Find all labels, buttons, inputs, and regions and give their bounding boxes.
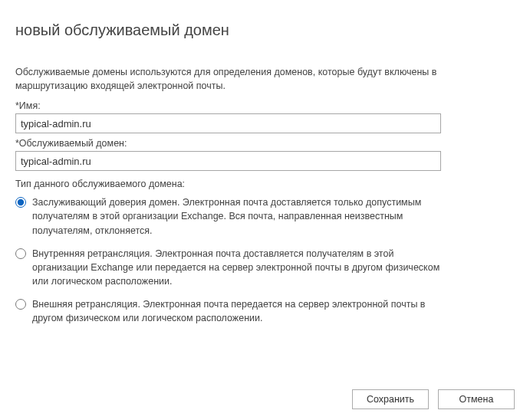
page-title: новый обслуживаемый домен bbox=[15, 21, 515, 39]
radio-internal-relay-text: Внутренняя ретрансляция. Электронная поч… bbox=[32, 247, 445, 288]
radio-option-authoritative[interactable]: Заслуживающий доверия домен. Электронная… bbox=[15, 195, 445, 237]
name-label: *Имя: bbox=[15, 100, 515, 111]
domain-type-radio-group: Заслуживающий доверия домен. Электронная… bbox=[15, 195, 445, 325]
name-input[interactable] bbox=[15, 113, 441, 133]
domain-input[interactable] bbox=[15, 151, 441, 171]
accepted-domain-dialog: новый обслуживаемый домен Обслуживаемые … bbox=[0, 0, 530, 420]
button-bar: Сохранить Отмена bbox=[352, 389, 515, 409]
radio-external-relay-input[interactable] bbox=[15, 299, 26, 310]
radio-internal-relay-input[interactable] bbox=[15, 248, 26, 259]
radio-option-external-relay[interactable]: Внешняя ретрансляция. Электронная почта … bbox=[15, 297, 445, 325]
domain-type-label: Тип данного обслуживаемого домена: bbox=[15, 179, 515, 189]
radio-option-internal-relay[interactable]: Внутренняя ретрансляция. Электронная поч… bbox=[15, 247, 445, 288]
page-description: Обслуживаемые домены используются для оп… bbox=[15, 65, 445, 93]
domain-label: *Обслуживаемый домен: bbox=[15, 138, 515, 149]
radio-authoritative-input[interactable] bbox=[15, 197, 26, 208]
cancel-button[interactable]: Отмена bbox=[438, 389, 515, 409]
radio-authoritative-text: Заслуживающий доверия домен. Электронная… bbox=[32, 195, 445, 237]
radio-external-relay-text: Внешняя ретрансляция. Электронная почта … bbox=[32, 297, 445, 325]
save-button[interactable]: Сохранить bbox=[352, 389, 429, 409]
